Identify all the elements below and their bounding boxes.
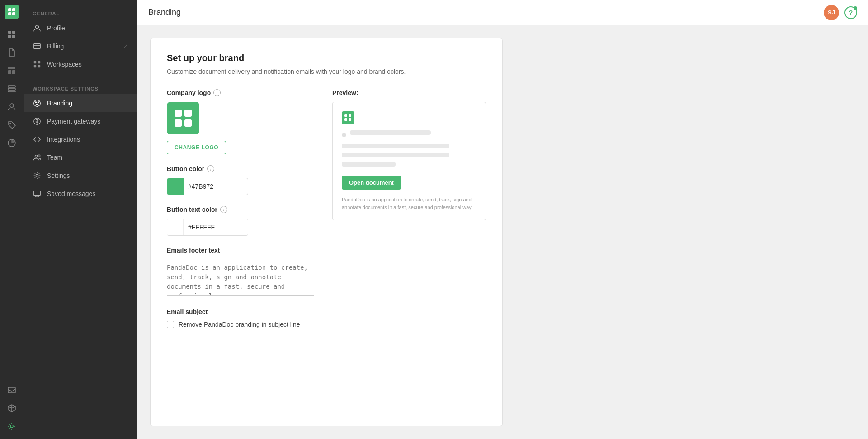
- sidebar: General Profile Billing ↗: [24, 0, 137, 439]
- emails-footer-textarea[interactable]: [167, 259, 314, 296]
- button-color-text-input[interactable]: [184, 178, 238, 195]
- svg-point-14: [10, 104, 14, 107]
- emails-footer-label: Emails footer text: [167, 247, 314, 254]
- svg-rect-1: [12, 8, 15, 11]
- sidebar-item-payment-gateways[interactable]: Payment gateways: [24, 112, 137, 130]
- nav-catalog-icon[interactable]: [4, 81, 20, 97]
- svg-rect-33: [34, 191, 40, 196]
- sidebar-item-settings-label: Settings: [47, 172, 128, 179]
- svg-rect-34: [175, 110, 182, 117]
- remove-branding-checkbox[interactable]: [167, 321, 174, 328]
- svg-rect-2: [8, 12, 11, 15]
- grid-icon: [33, 60, 42, 69]
- svg-rect-7: [12, 35, 15, 38]
- preview-box: Open document PandaDoc is an application…: [332, 102, 486, 220]
- svg-point-18: [10, 425, 13, 428]
- nav-contacts-icon[interactable]: [4, 99, 20, 115]
- email-subject-section: Email subject Remove PandaDoc branding i…: [167, 308, 314, 328]
- button-text-color-swatch[interactable]: [167, 219, 184, 235]
- sidebar-item-integrations-label: Integrations: [47, 136, 128, 143]
- svg-rect-22: [38, 61, 40, 63]
- nav-cube-icon[interactable]: [4, 400, 20, 416]
- svg-point-28: [37, 104, 38, 105]
- app-logo[interactable]: [5, 5, 19, 19]
- svg-rect-37: [184, 119, 192, 127]
- icon-bar: [0, 0, 24, 439]
- help-icon[interactable]: ?: [844, 6, 857, 19]
- emails-footer-section: Emails footer text: [167, 247, 314, 297]
- svg-rect-9: [8, 70, 11, 74]
- company-logo-info-icon[interactable]: i: [213, 89, 221, 96]
- company-logo-section: Company logo i CHANGE LOGO: [167, 89, 314, 154]
- code-icon: [33, 135, 42, 144]
- preview-line-1: [350, 130, 431, 135]
- svg-rect-38: [344, 114, 347, 117]
- sidebar-item-team[interactable]: Team: [24, 148, 137, 167]
- svg-point-30: [35, 155, 38, 157]
- button-color-swatch[interactable]: [167, 178, 184, 195]
- email-subject-label: Email subject: [167, 308, 314, 315]
- svg-rect-20: [34, 44, 40, 49]
- button-text-color-text-input[interactable]: [184, 219, 238, 235]
- team-icon: [33, 153, 42, 162]
- svg-rect-0: [8, 8, 11, 11]
- preview-logo: [342, 111, 354, 124]
- sidebar-item-billing[interactable]: Billing ↗: [24, 37, 137, 55]
- preview-circle: [342, 133, 346, 137]
- svg-point-25: [34, 100, 40, 106]
- svg-rect-41: [349, 118, 351, 121]
- svg-rect-11: [8, 86, 15, 87]
- svg-rect-4: [8, 31, 11, 34]
- sidebar-item-branding[interactable]: Branding: [24, 94, 137, 112]
- content-area: Set up your brand Customize document del…: [137, 25, 868, 439]
- card-left: Company logo i CHANGE LOGO: [167, 89, 314, 339]
- person-icon: [33, 24, 42, 33]
- company-logo-label: Company logo i: [167, 89, 314, 96]
- external-link-icon: ↗: [123, 43, 128, 49]
- sidebar-item-workspaces[interactable]: Workspaces: [24, 55, 137, 73]
- preview-open-document-button[interactable]: Open document: [342, 176, 401, 190]
- sidebar-item-profile[interactable]: Profile: [24, 19, 137, 37]
- page-title: Branding: [148, 8, 181, 17]
- button-text-color-label: Button text color i: [167, 206, 314, 213]
- nav-inbox-icon[interactable]: [4, 382, 20, 398]
- sidebar-item-profile-label: Profile: [47, 24, 128, 32]
- dollar-icon: [33, 117, 42, 126]
- svg-rect-36: [175, 119, 182, 127]
- button-text-color-info-icon[interactable]: i: [220, 206, 227, 213]
- svg-rect-24: [38, 65, 40, 67]
- button-color-section: Button color i: [167, 165, 314, 195]
- sidebar-item-integrations[interactable]: Integrations: [24, 130, 137, 148]
- nav-settings-active-icon[interactable]: [4, 418, 20, 434]
- change-logo-button[interactable]: CHANGE LOGO: [167, 141, 226, 154]
- svg-rect-12: [8, 88, 15, 90]
- nav-templates-icon[interactable]: [4, 62, 20, 79]
- help-question-mark: ?: [849, 9, 853, 16]
- gear-icon: [33, 171, 42, 180]
- sidebar-item-branding-label: Branding: [47, 100, 128, 107]
- svg-rect-40: [344, 118, 347, 121]
- sidebar-general-label: General: [24, 7, 137, 19]
- card-subtitle: Customize document delivery and notifica…: [167, 67, 486, 76]
- svg-rect-6: [8, 35, 11, 38]
- svg-point-15: [10, 123, 11, 124]
- button-color-info-icon[interactable]: i: [207, 165, 214, 172]
- nav-documents-icon[interactable]: [4, 44, 20, 61]
- sidebar-item-saved-messages[interactable]: Saved messages: [24, 185, 137, 203]
- remove-branding-row: Remove PandaDoc branding in subject line: [167, 321, 314, 328]
- sidebar-item-settings[interactable]: Settings: [24, 167, 137, 185]
- svg-rect-23: [34, 65, 36, 67]
- preview-line-2: [342, 144, 449, 148]
- nav-tag-icon[interactable]: [4, 117, 20, 133]
- sidebar-item-billing-label: Billing: [47, 43, 118, 50]
- nav-reports-icon[interactable]: [4, 135, 20, 151]
- remove-branding-label: Remove PandaDoc branding in subject line: [179, 321, 300, 328]
- branding-card: Set up your brand Customize document del…: [150, 38, 503, 426]
- nav-dashboard-icon[interactable]: [4, 26, 20, 43]
- avatar[interactable]: SJ: [824, 5, 839, 20]
- svg-rect-5: [12, 31, 15, 34]
- svg-rect-21: [34, 61, 36, 63]
- company-logo-display: [167, 102, 199, 134]
- top-bar: Branding SJ ?: [137, 0, 868, 25]
- sidebar-workspace-settings-label: Workspace Settings: [24, 82, 137, 94]
